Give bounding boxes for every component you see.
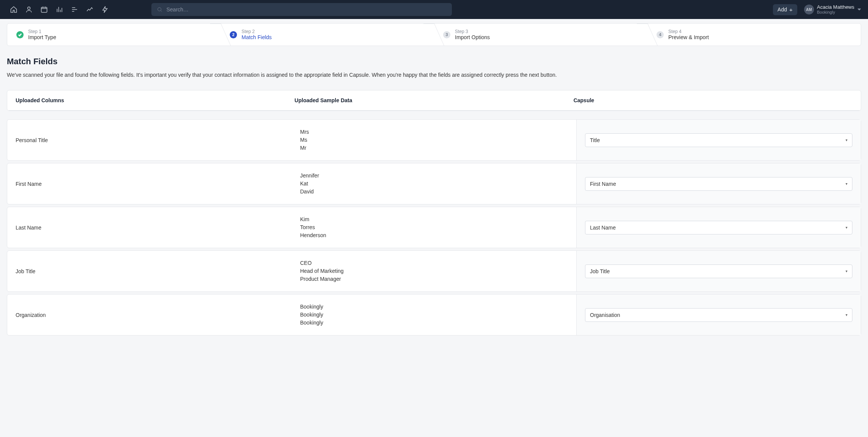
home-icon[interactable] (7, 3, 21, 16)
sample-value: Kim (300, 215, 568, 223)
zap-icon[interactable] (98, 3, 112, 16)
step-number: 3 (443, 31, 450, 38)
step-number: 4 (657, 31, 664, 38)
chevron-down-icon: ▾ (846, 138, 847, 142)
field-column-name: Job Title (7, 258, 292, 285)
sample-value: Bookingly (300, 311, 568, 319)
step-preview-import[interactable]: 4 Step 4 Preview & Import (647, 24, 861, 46)
sample-value: David (300, 188, 568, 196)
chevron-down-icon: ▾ (846, 269, 847, 273)
sample-value: Mrs (300, 128, 568, 136)
svg-point-2 (158, 8, 161, 11)
mapping-select-value: Title (590, 137, 600, 143)
field-row: First NameJenniferKatDavidFirst Name▾ (7, 163, 861, 204)
field-row: Last NameKimTorresHendersonLast Name▾ (7, 207, 861, 248)
person-icon[interactable] (22, 3, 36, 16)
mapping-select[interactable]: Organisation▾ (585, 308, 852, 322)
field-sample-data: BookinglyBookinglyBookingly (292, 294, 576, 335)
field-sample-data: CEOHead of MarketingProduct Manager (292, 251, 576, 291)
step-label: Step 1 (28, 29, 56, 34)
chevron-down-icon: ▾ (846, 182, 847, 186)
field-mapping-cell: Title▾ (576, 120, 861, 160)
svg-point-0 (28, 7, 30, 10)
step-label: Step 2 (242, 29, 272, 34)
mapping-select[interactable]: Title▾ (585, 133, 852, 147)
field-sample-data: MrsMsMr (292, 120, 576, 160)
sample-value: Kat (300, 180, 568, 188)
field-column-name: First Name (7, 170, 292, 198)
field-sample-data: KimTorresHenderson (292, 207, 576, 248)
sample-value: Head of Marketing (300, 267, 568, 275)
sample-value: CEO (300, 259, 568, 267)
sample-value: Ms (300, 136, 568, 144)
step-title: Match Fields (242, 34, 272, 40)
field-column-name: Personal Title (7, 127, 292, 154)
step-title: Preview & Import (668, 34, 709, 40)
user-menu[interactable]: AM Acacia Matthews Bookingly (804, 4, 861, 15)
table-header-card: Uploaded Columns Uploaded Sample Data Ca… (7, 90, 861, 111)
step-title: Import Type (28, 34, 56, 40)
field-column-name: Organization (7, 301, 292, 329)
field-mapping-cell: Last Name▾ (576, 207, 861, 248)
sample-value: Jennifer (300, 172, 568, 180)
sample-value: Bookingly (300, 319, 568, 327)
mapping-select-value: Last Name (590, 225, 616, 231)
sample-value: Henderson (300, 231, 568, 239)
step-import-options[interactable]: 3 Step 3 Import Options (434, 24, 647, 46)
step-label: Step 3 (455, 29, 490, 34)
field-column-name: Last Name (7, 214, 292, 241)
step-label: Step 4 (668, 29, 709, 34)
calendar-icon[interactable] (37, 3, 51, 16)
field-row: Job TitleCEOHead of MarketingProduct Man… (7, 250, 861, 292)
search-input-wrap[interactable] (151, 3, 452, 16)
field-mapping-cell: First Name▾ (576, 163, 861, 204)
mapping-select[interactable]: First Name▾ (585, 177, 852, 191)
bars-icon[interactable] (52, 3, 66, 16)
svg-rect-1 (41, 7, 47, 12)
field-mapping-cell: Organisation▾ (576, 294, 861, 335)
mapping-select-value: First Name (590, 181, 616, 187)
col-header-capsule: Capsule (574, 97, 852, 103)
sample-value: Mr (300, 144, 568, 152)
mapping-select-value: Organisation (590, 312, 620, 318)
chart-line-icon[interactable] (83, 3, 97, 16)
step-match-fields[interactable]: 2 Step 2 Match Fields (221, 24, 434, 46)
mapping-select-value: Job Title (590, 268, 610, 274)
field-row: Personal TitleMrsMsMrTitle▾ (7, 119, 861, 161)
mapping-select[interactable]: Last Name▾ (585, 221, 852, 234)
avatar: AM (804, 5, 814, 14)
mapping-select[interactable]: Job Title▾ (585, 264, 852, 278)
step-progress: Step 1 Import Type 2 Step 2 Match Fields… (7, 23, 861, 46)
col-header-sample-data: Uploaded Sample Data (294, 97, 573, 103)
plus-icon: + (789, 7, 793, 13)
search-input[interactable] (166, 6, 447, 13)
chevron-down-icon: ▾ (846, 225, 847, 230)
step-number: 2 (230, 31, 237, 38)
page-title: Match Fields (7, 57, 861, 66)
field-sample-data: JenniferKatDavid (292, 163, 576, 204)
page-description: We've scanned your file and found the fo… (7, 72, 861, 78)
field-row: OrganizationBookinglyBookinglyBookinglyO… (7, 294, 861, 336)
step-title: Import Options (455, 34, 490, 40)
top-header: Add + AM Acacia Matthews Bookingly (0, 0, 868, 19)
user-name: Acacia Matthews (817, 4, 854, 10)
check-icon (16, 31, 24, 38)
step-import-type[interactable]: Step 1 Import Type (7, 24, 221, 46)
field-mapping-cell: Job Title▾ (576, 251, 861, 291)
add-button-label: Add (777, 6, 787, 13)
chevron-down-icon: ▾ (846, 313, 847, 317)
chevron-down-icon (857, 6, 861, 13)
list-icon[interactable] (68, 3, 81, 16)
sample-value: Torres (300, 223, 568, 231)
user-org: Bookingly (817, 10, 854, 15)
sample-value: Bookingly (300, 303, 568, 311)
sample-value: Product Manager (300, 275, 568, 283)
search-icon (157, 6, 162, 13)
add-button[interactable]: Add + (773, 4, 797, 15)
col-header-uploaded-columns: Uploaded Columns (16, 97, 294, 103)
